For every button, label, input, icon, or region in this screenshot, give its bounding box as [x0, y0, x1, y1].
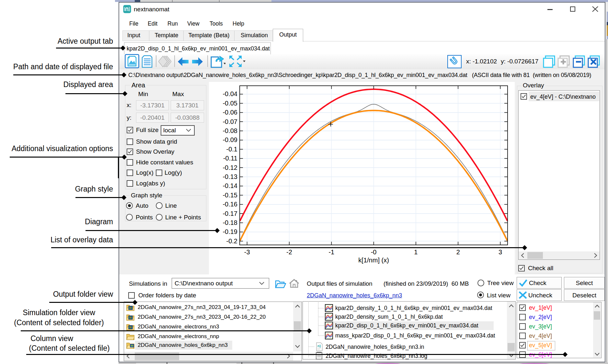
- svg-text:-0.2: -0.2: [226, 237, 237, 245]
- svg-text:-0.04: -0.04: [223, 90, 237, 97]
- svg-text:-2: -2: [286, 248, 292, 256]
- svg-text:-0.13: -0.13: [223, 173, 237, 180]
- svg-text:-1: -1: [328, 248, 334, 256]
- svg-text:-0.11: -0.11: [223, 155, 237, 162]
- svg-text:-0.06: -0.06: [223, 109, 237, 116]
- svg-text:-0.12: -0.12: [223, 164, 237, 171]
- svg-text:-0.1: -0.1: [226, 146, 237, 153]
- svg-text:-0.17: -0.17: [223, 210, 237, 217]
- svg-text:2: 2: [456, 248, 460, 256]
- svg-text:n): n): [317, 344, 321, 348]
- svg-text:-0.14: -0.14: [223, 182, 237, 189]
- svg-text:3: 3: [499, 248, 502, 256]
- svg-text:-0.09: -0.09: [223, 136, 237, 143]
- svg-text:-0.15: -0.15: [223, 192, 237, 199]
- svg-text:-0.19: -0.19: [223, 228, 237, 235]
- svg-text:-0: -0: [371, 248, 377, 256]
- svg-text:-3: -3: [244, 248, 250, 256]
- svg-text:1: 1: [414, 248, 418, 256]
- svg-text:-0.07: -0.07: [223, 118, 237, 125]
- svg-text:k[1/nm] (x): k[1/nm] (x): [358, 257, 389, 264]
- svg-text:-0.18: -0.18: [223, 219, 237, 226]
- svg-text:-0.08: -0.08: [223, 127, 237, 134]
- svg-text:-0.16: -0.16: [223, 201, 237, 208]
- svg-text:-0.05: -0.05: [223, 100, 237, 107]
